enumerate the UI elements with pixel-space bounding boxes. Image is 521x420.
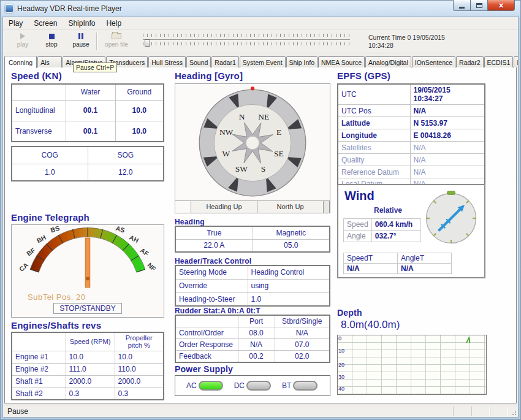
dc-label: DC <box>234 381 245 390</box>
wind-speedt-value: N/A <box>344 264 398 274</box>
wind-true-table: SpeedT AngleT N/A N/A <box>343 253 452 274</box>
playback-slider[interactable] <box>143 34 350 50</box>
table-row: Control/Order 08.0 N/A <box>175 327 330 339</box>
bt-label: BT <box>282 381 291 390</box>
menu-play[interactable]: Play <box>3 18 28 29</box>
app-frame: Play Screen ShipInfo Help play stop paus… <box>2 17 519 418</box>
tab-system-event[interactable]: System Event <box>240 56 286 67</box>
play-button[interactable]: play <box>9 32 36 48</box>
close-icon: × <box>498 1 503 10</box>
telegraph-needle-mark <box>86 277 89 280</box>
tab-ais[interactable]: Ais <box>37 56 62 67</box>
tab-hull-stress[interactable]: Hull Stress <box>148 56 186 67</box>
open-file-label: open file <box>105 41 128 48</box>
bt-indicator <box>293 381 318 391</box>
stop-button[interactable]: stop <box>39 32 64 48</box>
tab-ecdis2[interactable]: ECDIS2 <box>514 56 519 67</box>
open-file-icon <box>112 33 121 39</box>
depth-title: Depth <box>337 308 362 318</box>
tab-analog-digital[interactable]: Analog/Digital <box>365 56 411 67</box>
engines-col-speed: Speed (RPM) <box>66 332 115 351</box>
telegraph-label: AH <box>128 234 140 245</box>
epfs-label: UTC <box>338 84 410 105</box>
table-row: Satellites N/A <box>338 142 485 154</box>
heading-up-button[interactable]: Heading Up <box>191 201 257 213</box>
tab-ecdis1[interactable]: ECDIS1 <box>484 56 514 67</box>
table-row: 22.0 A 05.0 <box>175 239 330 252</box>
table-row: Latitude N 5153.97 <box>338 117 485 129</box>
pause-button[interactable]: pause <box>67 32 95 48</box>
menu-help[interactable]: Help <box>101 18 127 29</box>
slider-ticks-bottom <box>143 42 350 45</box>
slider-track[interactable] <box>143 39 350 40</box>
table-row: Reference Datum N/A <box>338 166 485 178</box>
tab-sound[interactable]: Sound <box>186 56 211 67</box>
tab-conning[interactable]: Conning <box>4 56 37 68</box>
heading-true-value: 22.0 A <box>175 239 253 252</box>
subtel-position: SubTel Pos. 20 <box>28 292 85 302</box>
heading-title: Heading <box>175 218 205 226</box>
compass-point: S <box>261 164 265 174</box>
current-time-line1: Current Time 0 19/05/2015 <box>368 34 445 42</box>
speed-ground-value: 10.0 <box>115 121 164 142</box>
tab-nmea-source[interactable]: NMEA Source <box>318 56 365 67</box>
status-cell <box>471 407 490 416</box>
gyro-footer-nub <box>324 201 330 213</box>
rudder-title: Rudder Stat:A 0h:A 0t:T <box>175 307 260 315</box>
wind-mode: Relative <box>374 206 402 215</box>
epfs-value: N 5153.97 <box>410 117 485 129</box>
wind-gauge <box>423 190 479 246</box>
slider-thumb[interactable] <box>145 39 150 47</box>
track-value: Heading Control <box>248 265 330 279</box>
minimize-icon <box>459 7 465 9</box>
telegraph-gauge: CA BF BH BS BD ST AD AS AH AF NF <box>12 226 163 290</box>
cog-sog-table: COG SOG 1.0 12.0 <box>11 146 164 181</box>
gyro-title: Heading [Gyro] <box>175 71 243 81</box>
tab-radar2[interactable]: Radar2 <box>456 56 483 67</box>
close-button[interactable]: × <box>487 0 515 11</box>
engines-col-pitch: Propeller pitch % <box>115 332 164 351</box>
epfs-label: Latitude <box>338 117 410 129</box>
wind-speedt-header: SpeedT <box>344 253 398 264</box>
engine-speed: 0.3 <box>66 388 115 400</box>
epfs-value: N/A <box>410 154 485 166</box>
sog-header: SOG <box>88 147 164 164</box>
status-text: Pause <box>7 407 28 416</box>
engine-label: Shaft #2 <box>12 388 66 400</box>
app-window: Headway VDR Real-time Player × Play Scre… <box>0 0 521 420</box>
engine-pitch: 110.0 <box>115 363 164 375</box>
table-row: Heading-to-Steer 1.0 <box>175 292 330 306</box>
title-bar[interactable]: Headway VDR Real-time Player <box>0 0 521 17</box>
rudder-label: Order Response <box>175 339 238 351</box>
table-row: Steering Mode Heading Control <box>175 265 330 279</box>
status-cell <box>453 407 471 416</box>
tab-ionsentence[interactable]: IOnSentence <box>412 56 455 67</box>
tab-radar1[interactable]: Radar1 <box>211 56 238 67</box>
table-row: 1.0 12.0 <box>12 164 164 181</box>
speed-col-ground: Ground <box>115 84 164 100</box>
stop-standby-button[interactable]: STOP/STANDBY <box>53 303 122 314</box>
rudder-stbrd: N/A <box>275 327 330 339</box>
menu-screen[interactable]: Screen <box>28 18 63 29</box>
maximize-button[interactable] <box>471 0 487 11</box>
tab-ship-info[interactable]: Ship Info <box>286 56 318 67</box>
resize-grip[interactable] <box>509 408 517 416</box>
track-label: Heading-to-Steer <box>175 292 248 306</box>
epfs-label: UTC Pos <box>338 105 410 117</box>
menu-shipinfo[interactable]: ShipInfo <box>63 18 101 29</box>
depth-axis-label: 0 <box>338 335 341 342</box>
table-row: Longitudinal 00.1 10.0 <box>12 100 164 121</box>
engines-table: Speed (RPM) Propeller pitch % Engine #1 … <box>11 332 164 400</box>
north-up-button[interactable]: North Up <box>257 201 324 213</box>
open-file-button[interactable]: open file <box>99 32 134 48</box>
cog-header: COG <box>12 147 88 164</box>
telegraph-label: NF <box>146 261 158 273</box>
epfs-value: N/A <box>410 105 485 117</box>
minimize-button[interactable] <box>453 0 471 11</box>
track-value: 1.0 <box>248 292 330 306</box>
speed-title: Speed (KN) <box>11 71 62 81</box>
table-row: Angle 032.7° <box>344 231 421 242</box>
engines-title: Engines/Shafts revs <box>11 320 101 330</box>
ac-indicator <box>199 381 223 391</box>
wind-angle-label: Angle <box>344 231 372 242</box>
